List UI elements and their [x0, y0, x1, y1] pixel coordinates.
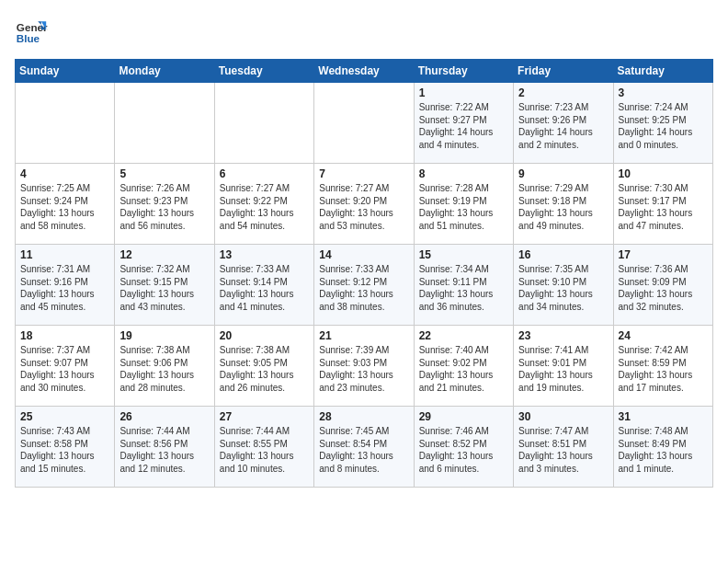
- calendar-cell: 1Sunrise: 7:22 AM Sunset: 9:27 PM Daylig…: [414, 83, 513, 164]
- day-number: 24: [619, 329, 708, 342]
- day-info: Sunrise: 7:47 AM Sunset: 8:51 PM Dayligh…: [518, 425, 608, 475]
- day-info: Sunrise: 7:29 AM Sunset: 9:18 PM Dayligh…: [518, 182, 608, 232]
- day-number: 31: [619, 410, 708, 423]
- day-info: Sunrise: 7:44 AM Sunset: 8:56 PM Dayligh…: [119, 425, 209, 475]
- day-info: Sunrise: 7:23 AM Sunset: 9:26 PM Dayligh…: [518, 101, 608, 151]
- day-info: Sunrise: 7:25 AM Sunset: 9:24 PM Dayligh…: [20, 182, 109, 232]
- day-number: 22: [419, 329, 508, 342]
- day-info: Sunrise: 7:38 AM Sunset: 9:05 PM Dayligh…: [220, 344, 309, 394]
- day-info: Sunrise: 7:33 AM Sunset: 9:12 PM Dayligh…: [319, 263, 408, 313]
- calendar-cell: [16, 83, 115, 164]
- weekday-header: Saturday: [613, 60, 712, 83]
- calendar-cell: 23Sunrise: 7:41 AM Sunset: 9:01 PM Dayli…: [514, 326, 613, 407]
- weekday-header: Friday: [514, 60, 613, 83]
- calendar-cell: 4Sunrise: 7:25 AM Sunset: 9:24 PM Daylig…: [16, 164, 115, 245]
- day-info: Sunrise: 7:38 AM Sunset: 9:06 PM Dayligh…: [119, 344, 209, 394]
- calendar-cell: 17Sunrise: 7:36 AM Sunset: 9:09 PM Dayli…: [613, 245, 712, 326]
- page-header: General Blue: [15, 15, 713, 48]
- day-info: Sunrise: 7:31 AM Sunset: 9:16 PM Dayligh…: [20, 263, 109, 313]
- day-number: 11: [20, 248, 109, 261]
- day-info: Sunrise: 7:45 AM Sunset: 8:54 PM Dayligh…: [319, 425, 408, 475]
- calendar-cell: 19Sunrise: 7:38 AM Sunset: 9:06 PM Dayli…: [115, 326, 214, 407]
- day-number: 27: [220, 410, 309, 423]
- day-number: 29: [419, 410, 508, 423]
- calendar-cell: 3Sunrise: 7:24 AM Sunset: 9:25 PM Daylig…: [613, 83, 712, 164]
- calendar-cell: 24Sunrise: 7:42 AM Sunset: 8:59 PM Dayli…: [613, 326, 712, 407]
- day-number: 18: [20, 329, 109, 342]
- day-number: 14: [319, 248, 408, 261]
- calendar-header: SundayMondayTuesdayWednesdayThursdayFrid…: [16, 60, 713, 83]
- calendar-cell: 22Sunrise: 7:40 AM Sunset: 9:02 PM Dayli…: [414, 326, 513, 407]
- day-info: Sunrise: 7:22 AM Sunset: 9:27 PM Dayligh…: [419, 101, 508, 151]
- day-number: 9: [518, 167, 608, 180]
- day-info: Sunrise: 7:36 AM Sunset: 9:09 PM Dayligh…: [619, 263, 708, 313]
- calendar-cell: 10Sunrise: 7:30 AM Sunset: 9:17 PM Dayli…: [613, 164, 712, 245]
- day-number: 15: [419, 248, 508, 261]
- calendar-cell: 18Sunrise: 7:37 AM Sunset: 9:07 PM Dayli…: [16, 326, 115, 407]
- day-number: 1: [419, 86, 508, 99]
- calendar-cell: 13Sunrise: 7:33 AM Sunset: 9:14 PM Dayli…: [214, 245, 313, 326]
- day-info: Sunrise: 7:43 AM Sunset: 8:58 PM Dayligh…: [20, 425, 109, 475]
- calendar-cell: 15Sunrise: 7:34 AM Sunset: 9:11 PM Dayli…: [414, 245, 513, 326]
- day-number: 25: [20, 410, 109, 423]
- weekday-header: Wednesday: [314, 60, 414, 83]
- day-info: Sunrise: 7:48 AM Sunset: 8:49 PM Dayligh…: [619, 425, 708, 475]
- day-number: 20: [220, 329, 309, 342]
- day-number: 12: [119, 248, 209, 261]
- day-info: Sunrise: 7:44 AM Sunset: 8:55 PM Dayligh…: [220, 425, 309, 475]
- calendar-cell: 16Sunrise: 7:35 AM Sunset: 9:10 PM Dayli…: [514, 245, 613, 326]
- calendar-cell: 21Sunrise: 7:39 AM Sunset: 9:03 PM Dayli…: [314, 326, 414, 407]
- calendar-cell: 26Sunrise: 7:44 AM Sunset: 8:56 PM Dayli…: [115, 407, 214, 488]
- weekday-header: Tuesday: [214, 60, 313, 83]
- day-info: Sunrise: 7:34 AM Sunset: 9:11 PM Dayligh…: [419, 263, 508, 313]
- calendar-cell: 11Sunrise: 7:31 AM Sunset: 9:16 PM Dayli…: [16, 245, 115, 326]
- calendar-cell: 28Sunrise: 7:45 AM Sunset: 8:54 PM Dayli…: [314, 407, 414, 488]
- calendar-cell: [314, 83, 414, 164]
- calendar-cell: 29Sunrise: 7:46 AM Sunset: 8:52 PM Dayli…: [414, 407, 513, 488]
- calendar-cell: 31Sunrise: 7:48 AM Sunset: 8:49 PM Dayli…: [613, 407, 712, 488]
- logo: General Blue: [15, 15, 51, 48]
- day-number: 16: [518, 248, 608, 261]
- svg-text:Blue: Blue: [17, 32, 40, 44]
- day-info: Sunrise: 7:46 AM Sunset: 8:52 PM Dayligh…: [419, 425, 508, 475]
- day-number: 13: [220, 248, 309, 261]
- calendar-body: 1Sunrise: 7:22 AM Sunset: 9:27 PM Daylig…: [16, 83, 713, 488]
- day-info: Sunrise: 7:28 AM Sunset: 9:19 PM Dayligh…: [419, 182, 508, 232]
- day-number: 21: [319, 329, 408, 342]
- calendar-cell: 12Sunrise: 7:32 AM Sunset: 9:15 PM Dayli…: [115, 245, 214, 326]
- calendar-cell: [115, 83, 214, 164]
- day-info: Sunrise: 7:30 AM Sunset: 9:17 PM Dayligh…: [619, 182, 708, 232]
- weekday-header: Thursday: [414, 60, 513, 83]
- weekday-header: Sunday: [16, 60, 115, 83]
- day-number: 10: [619, 167, 708, 180]
- calendar-cell: 30Sunrise: 7:47 AM Sunset: 8:51 PM Dayli…: [514, 407, 613, 488]
- day-info: Sunrise: 7:41 AM Sunset: 9:01 PM Dayligh…: [518, 344, 608, 394]
- calendar-cell: 7Sunrise: 7:27 AM Sunset: 9:20 PM Daylig…: [314, 164, 414, 245]
- calendar-cell: 6Sunrise: 7:27 AM Sunset: 9:22 PM Daylig…: [214, 164, 313, 245]
- day-info: Sunrise: 7:24 AM Sunset: 9:25 PM Dayligh…: [619, 101, 708, 151]
- day-info: Sunrise: 7:27 AM Sunset: 9:22 PM Dayligh…: [220, 182, 309, 232]
- day-number: 5: [119, 167, 209, 180]
- day-number: 3: [619, 86, 708, 99]
- day-number: 26: [119, 410, 209, 423]
- calendar-table: SundayMondayTuesdayWednesdayThursdayFrid…: [15, 59, 713, 488]
- day-info: Sunrise: 7:32 AM Sunset: 9:15 PM Dayligh…: [119, 263, 209, 313]
- day-number: 2: [518, 86, 608, 99]
- calendar-cell: 20Sunrise: 7:38 AM Sunset: 9:05 PM Dayli…: [214, 326, 313, 407]
- calendar-cell: 25Sunrise: 7:43 AM Sunset: 8:58 PM Dayli…: [16, 407, 115, 488]
- day-number: 8: [419, 167, 508, 180]
- day-number: 30: [518, 410, 608, 423]
- calendar-cell: 14Sunrise: 7:33 AM Sunset: 9:12 PM Dayli…: [314, 245, 414, 326]
- calendar-cell: 8Sunrise: 7:28 AM Sunset: 9:19 PM Daylig…: [414, 164, 513, 245]
- calendar-cell: 2Sunrise: 7:23 AM Sunset: 9:26 PM Daylig…: [514, 83, 613, 164]
- logo-icon: General Blue: [15, 15, 48, 48]
- day-info: Sunrise: 7:40 AM Sunset: 9:02 PM Dayligh…: [419, 344, 508, 394]
- calendar-cell: 5Sunrise: 7:26 AM Sunset: 9:23 PM Daylig…: [115, 164, 214, 245]
- day-number: 19: [119, 329, 209, 342]
- day-info: Sunrise: 7:37 AM Sunset: 9:07 PM Dayligh…: [20, 344, 109, 394]
- calendar-cell: [214, 83, 313, 164]
- day-info: Sunrise: 7:35 AM Sunset: 9:10 PM Dayligh…: [518, 263, 608, 313]
- day-info: Sunrise: 7:42 AM Sunset: 8:59 PM Dayligh…: [619, 344, 708, 394]
- weekday-header: Monday: [115, 60, 214, 83]
- day-number: 4: [20, 167, 109, 180]
